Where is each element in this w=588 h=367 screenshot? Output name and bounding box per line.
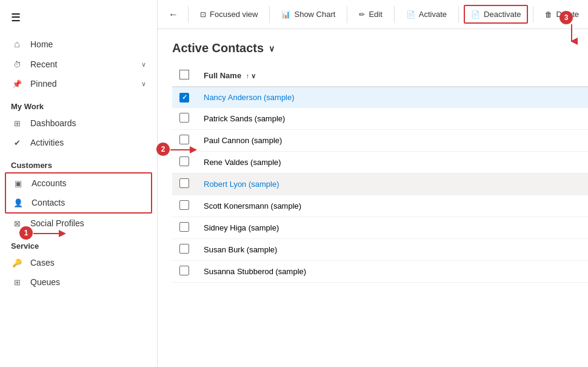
page-wrapper: ☰ ⌂ Home ⏱ Recent ∨ 📌 Pinned ∨ My Work ⊞… [0, 0, 588, 367]
sidebar-item-label: Recent [30, 59, 134, 69]
contact-name-text: Paul Cannon (sample) [196, 129, 588, 151]
row-checkbox-cell [172, 238, 196, 260]
row-checkbox-cell [172, 173, 196, 195]
table-row: Rene Valdes (sample) [172, 151, 588, 173]
sidebar-item-label: Pinned [30, 79, 134, 89]
table-row: Sidney Higa (sample) [172, 217, 588, 238]
show-chart-label: Show Chart [294, 10, 335, 19]
back-button[interactable]: ← [164, 5, 183, 24]
toolbar-divider [394, 6, 395, 23]
title-chevron-icon[interactable]: ∨ [269, 44, 275, 53]
queues-icon: ⊞ [11, 278, 23, 287]
row-checkbox[interactable] [179, 244, 189, 254]
focused-view-button[interactable]: ⊡ Focused view [193, 5, 264, 23]
section-header-customers: Customers [0, 152, 157, 172]
row-checkbox[interactable] [179, 135, 189, 144]
row-checkbox[interactable] [179, 222, 189, 232]
sidebar-item-dashboards[interactable]: ⊞ Dashboards [0, 113, 157, 133]
focused-view-icon: ⊡ [200, 10, 206, 19]
sidebar-item-accounts[interactable]: ▣ Accounts [6, 173, 151, 193]
table-row: Susanna Stubberod (sample) [172, 260, 588, 282]
table-row: Patrick Sands (sample) [172, 107, 588, 129]
deactivate-button[interactable]: 📄 Deactivate [464, 5, 528, 24]
hamburger-menu[interactable]: ☰ [0, 5, 157, 34]
deactivate-label: Deactivate [484, 10, 521, 19]
row-checkbox-cell [172, 195, 196, 217]
activate-icon: 📄 [406, 10, 415, 19]
arrow-1 [33, 227, 70, 240]
full-name-header: Full Name [204, 71, 241, 80]
sidebar-item-activities[interactable]: ✔ Activities [0, 133, 157, 152]
contact-name-link[interactable]: Nancy Anderson (sample) [204, 93, 295, 102]
contact-name-text: Patrick Sands (sample) [196, 107, 588, 129]
table-row: Susan Burk (sample) [172, 238, 588, 260]
main-content-area: ← ⊡ Focused view 📊 Show Chart ✏ Edit 📄 A… [158, 0, 588, 367]
row-checkbox[interactable] [179, 200, 189, 210]
annotation-badge-1: 1 [19, 226, 33, 240]
chevron-down-icon: ∨ [141, 61, 146, 69]
page-title: Active Contacts ∨ [172, 41, 588, 55]
recent-icon: ⏱ [11, 60, 23, 69]
activate-button[interactable]: 📄 Activate [399, 5, 453, 23]
accounts-icon: ▣ [12, 179, 24, 188]
chevron-down-icon: ∨ [141, 80, 146, 88]
contacts-table: Full Name ↑ ∨ Nancy Anderson (sample)Pat… [172, 65, 588, 283]
sidebar-item-label: Home [30, 39, 146, 49]
row-checkbox-cell [172, 217, 196, 238]
contact-name-text: Rene Valdes (sample) [196, 151, 588, 173]
row-checkbox[interactable] [179, 178, 189, 188]
sidebar-item-label: Queues [30, 277, 146, 287]
edit-button[interactable]: ✏ Edit [352, 5, 389, 23]
contacts-icon: 👤 [12, 198, 24, 207]
toolbar: ← ⊡ Focused view 📊 Show Chart ✏ Edit 📄 A… [158, 0, 588, 29]
toolbar-divider [188, 6, 189, 23]
deactivate-icon: 📄 [471, 10, 480, 19]
row-checkbox-cell [172, 260, 196, 282]
social-profiles-icon: ⊠ [11, 219, 23, 228]
toolbar-divider [458, 6, 459, 23]
sidebar-item-label: Activities [30, 138, 146, 147]
table-row: Scott Konersmann (sample) [172, 195, 588, 217]
cases-icon: 🔑 [11, 258, 23, 268]
table-row: Nancy Anderson (sample) [172, 87, 588, 107]
table-row: Robert Lyon (sample) [172, 173, 588, 195]
toolbar-divider [269, 6, 270, 23]
sidebar-item-label: Social Profiles [30, 218, 146, 228]
row-checkbox[interactable] [179, 266, 189, 275]
sidebar-item-contacts[interactable]: 👤 Contacts [6, 193, 151, 212]
sidebar-item-recent[interactable]: ⏱ Recent ∨ [0, 55, 157, 74]
toolbar-divider [347, 6, 347, 23]
title-text: Active Contacts [172, 41, 264, 55]
show-chart-icon: 📊 [281, 10, 290, 19]
contact-name-text: Sidney Higa (sample) [196, 217, 588, 238]
focused-view-label: Focused view [210, 10, 258, 19]
sidebar-item-home[interactable]: ⌂ Home [0, 34, 157, 55]
sidebar-item-label: Contacts [32, 198, 145, 207]
sidebar-item-cases[interactable]: 🔑 Cases [0, 253, 157, 272]
row-checkbox-cell [172, 87, 196, 107]
row-checkbox-cell [172, 107, 196, 129]
select-all-checkbox[interactable] [179, 70, 189, 79]
contact-name-text: Susanna Stubberod (sample) [196, 260, 588, 282]
row-checkbox[interactable] [179, 113, 189, 123]
sidebar-item-queues[interactable]: ⊞ Queues [0, 272, 157, 292]
sort-icon[interactable]: ↑ ∨ [246, 72, 256, 79]
row-checkbox[interactable] [179, 157, 189, 166]
sidebar-item-label: Accounts [32, 178, 145, 188]
sidebar-item-label: Cases [30, 258, 146, 268]
show-chart-button[interactable]: 📊 Show Chart [275, 5, 342, 23]
hamburger-icon: ☰ [11, 12, 21, 24]
row-checkbox[interactable] [179, 93, 189, 103]
annotation-badge-2: 2 [156, 143, 170, 156]
sidebar-item-pinned[interactable]: 📌 Pinned ∨ [0, 74, 157, 93]
section-header-my-work: My Work [0, 93, 157, 113]
edit-label: Edit [369, 10, 382, 19]
contact-name-link[interactable]: Robert Lyon (sample) [204, 180, 279, 189]
contact-name-text: Susan Burk (sample) [196, 238, 588, 260]
contact-name-text: Scott Konersmann (sample) [196, 195, 588, 217]
table-row: Paul Cannon (sample) [172, 129, 588, 151]
content-area: Active Contacts ∨ Full Name ↑ ∨ [158, 29, 588, 367]
pin-icon: 📌 [11, 79, 23, 89]
activities-icon: ✔ [11, 138, 23, 147]
toolbar-divider [533, 6, 533, 23]
